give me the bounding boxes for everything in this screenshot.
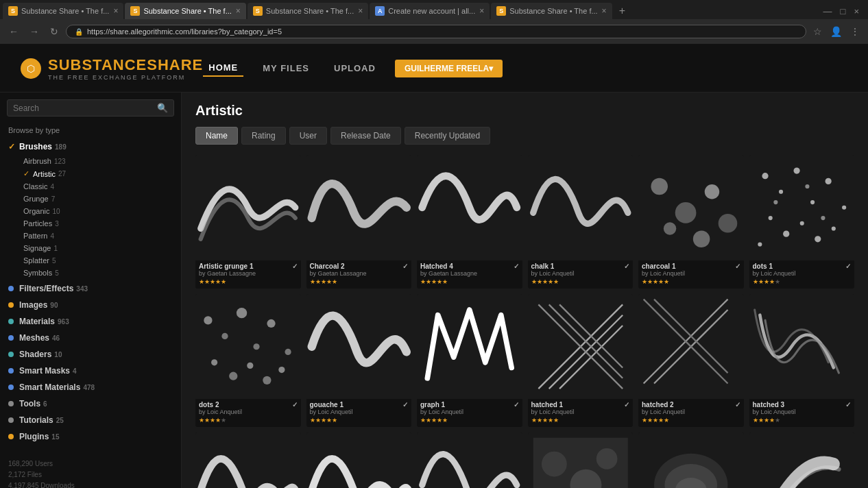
list-item[interactable]: charcoal 1✓ by Loic Anquetil ★★★★★ (638, 155, 744, 289)
tab-5[interactable]: S Substance Share • The f... × (491, 3, 612, 19)
tab-5-close[interactable]: × (602, 6, 607, 16)
nav-home[interactable]: HOME (203, 60, 243, 77)
list-item[interactable]: wash 1✓ by Loic Anquetil ★★★★★ (638, 432, 744, 488)
sidebar-sub-grunge[interactable]: Grunge 7 (15, 193, 181, 205)
logo-name-1: SUBSTANCE (48, 56, 147, 73)
sidebar-sub-pattern[interactable]: Pattern 4 (15, 230, 181, 242)
list-item[interactable]: sponge 1✓ by Loic Anquetil ★★★★★ (528, 432, 634, 488)
new-tab-button[interactable]: + (614, 5, 631, 17)
item-stars: ★★★★★ (642, 278, 740, 285)
list-item[interactable]: gouache 1✓ by Loic Anquetil ★★★★★ (306, 294, 412, 428)
sidebar-item-plugins[interactable]: Plugins 15 (0, 428, 181, 445)
sidebar-sub-classic[interactable]: Classic 4 (15, 180, 181, 193)
svg-point-30 (263, 376, 271, 384)
artistic-label: Artistic (33, 170, 56, 178)
list-item[interactable]: knife painting 1✓ by Loic Anquetil ★★★★★ (195, 432, 301, 488)
refresh-button[interactable]: ↻ (47, 24, 62, 39)
item-thumbnail (417, 155, 522, 260)
forward-button[interactable]: → (26, 24, 43, 39)
stats-files: 2,172 Files (8, 469, 173, 480)
list-item[interactable]: hatched 3✓ by Loic Anquetil ★★★★★ (749, 294, 855, 428)
item-thumbnail (749, 294, 855, 400)
list-item[interactable]: graph 1✓ by Loic Anquetil ★★★★★ (417, 294, 522, 428)
tab-2[interactable]: S Substance Share • The f... × (125, 3, 245, 19)
list-item[interactable]: dots 1✓ by Loic Anquetil ★★★★★ (749, 155, 855, 289)
sidebar-sub-artistic[interactable]: ✓ Artistic 27 (15, 167, 181, 180)
list-item[interactable]: marker 1✓ by Loic Anquetil ★★★★★ (417, 432, 522, 488)
svg-point-18 (773, 200, 777, 204)
sidebar-item-tools[interactable]: Tools 6 (0, 395, 181, 412)
list-item[interactable]: dots 2✓ by Loic Anquetil ★★★★★ (195, 294, 301, 428)
plugins-label: Plugins (19, 432, 49, 441)
sidebar-sub-airbrush[interactable]: Airbrush 123 (15, 155, 181, 167)
sidebar-item-filters[interactable]: Filters/Effects 343 (0, 280, 181, 297)
tab-1-close[interactable]: × (113, 6, 118, 16)
list-item[interactable]: Hatched 4✓ by Gaetan Lassagne ★★★★★ (417, 155, 522, 289)
search-input[interactable] (13, 103, 157, 113)
brushes-check-icon: ✓ (8, 142, 15, 151)
address-bar[interactable]: 🔒 https://share.allegorithmic.com/librar… (66, 25, 806, 38)
minimize-button[interactable]: — (820, 5, 836, 18)
item-name-text: hatched 2 (642, 401, 674, 408)
list-item[interactable]: Charcoal 2✓ by Gaetan Lassagne ★★★★★ (306, 155, 412, 289)
sidebar-item-meshes[interactable]: Meshes 46 (0, 330, 181, 346)
sort-tab-rating[interactable]: Rating (241, 127, 286, 145)
svg-point-6 (762, 173, 768, 179)
sort-tab-release[interactable]: Release Date (330, 127, 401, 145)
tab-4[interactable]: A Create new account | all... × (370, 3, 490, 19)
list-item[interactable]: wash drawing 1✓ by Loic Anquetil ★★★★★ (749, 432, 855, 488)
tools-label: Tools (19, 399, 40, 408)
list-item[interactable]: hatched 1✓ by Loic Anquetil ★★★★★ (528, 294, 634, 428)
sidebar-item-brushes[interactable]: ✓ Brushes 189 (0, 138, 181, 155)
content-area: Artistic Name Rating User Release Date R… (182, 93, 868, 488)
smartmasks-count: 4 (73, 367, 77, 375)
list-item[interactable]: hatched 2✓ by Loic Anquetil ★★★★★ (638, 294, 744, 428)
sort-tab-name[interactable]: Name (195, 127, 238, 145)
sidebar-item-smartmaterials[interactable]: Smart Materials 478 (0, 379, 181, 395)
tab-5-title: Substance Share • The f... (509, 7, 597, 15)
user-icon[interactable]: 👤 (828, 25, 845, 38)
sidebar-sub-splatter[interactable]: Splatter 5 (15, 254, 181, 267)
tab-1[interactable]: S Substance Share • The f... × (3, 3, 123, 19)
logo-name-2: SHARE (147, 56, 203, 73)
item-name-text: charcoal 1 (642, 263, 675, 270)
nav-upload[interactable]: UPLOAD (328, 60, 381, 76)
item-check-icon: ✓ (624, 263, 629, 270)
sort-tab-user[interactable]: User (289, 127, 327, 145)
sidebar-item-shaders[interactable]: Shaders 10 (0, 346, 181, 363)
sidebar-sub-organic[interactable]: Organic 10 (15, 205, 181, 217)
tab-2-close[interactable]: × (236, 6, 241, 16)
sidebar-sub-particles[interactable]: Particles 3 (15, 217, 181, 230)
sidebar-item-materials[interactable]: Materials 963 (0, 313, 181, 330)
tab-3-close[interactable]: × (358, 6, 363, 16)
item-thumbnail (306, 432, 412, 488)
list-item[interactable]: chalk 1✓ by Loic Anquetil ★★★★★ (528, 155, 634, 289)
item-thumbnail (749, 432, 855, 488)
search-icon[interactable]: 🔍 (157, 103, 168, 113)
list-item[interactable]: knife painting 2✓ by Loic Anquetil ★★★★★ (306, 432, 412, 488)
bookmark-icon[interactable]: ☆ (810, 25, 825, 38)
list-item[interactable]: Artistic grunge 1✓ by Gaetan Lassagne ★★… (195, 155, 301, 289)
airbrush-label: Airbrush (23, 157, 51, 165)
back-button[interactable]: ← (5, 24, 22, 39)
item-check-icon: ✓ (402, 401, 408, 408)
item-info: Charcoal 2✓ by Gaetan Lassagne ★★★★★ (306, 260, 412, 289)
user-menu-button[interactable]: GUILHERME FREELA▾ (395, 60, 503, 77)
item-check-icon: ✓ (735, 401, 740, 408)
sidebar-item-images[interactable]: Images 90 (0, 297, 181, 313)
close-button[interactable]: × (850, 5, 863, 18)
svg-point-14 (799, 221, 804, 225)
sidebar-sub-signage[interactable]: Signage 1 (15, 242, 181, 254)
tab-3[interactable]: S Substance Share • The f... × (248, 3, 368, 19)
maximize-button[interactable]: □ (837, 5, 849, 18)
sidebar-sub-symbols[interactable]: Symbols 5 (15, 267, 181, 279)
item-info: hatched 2✓ by Loic Anquetil ★★★★★ (638, 399, 744, 427)
sort-tab-updated[interactable]: Recently Updated (405, 127, 490, 145)
item-stars: ★★★★★ (199, 278, 298, 285)
sidebar-item-tutorials[interactable]: Tutorials 25 (0, 412, 181, 428)
menu-icon[interactable]: ⋮ (847, 25, 863, 38)
sidebar-item-smartmasks[interactable]: Smart Masks 4 (0, 363, 181, 379)
tab-4-close[interactable]: × (479, 6, 484, 16)
classic-count: 4 (50, 183, 54, 191)
nav-my-files[interactable]: MY FILES (257, 60, 315, 76)
